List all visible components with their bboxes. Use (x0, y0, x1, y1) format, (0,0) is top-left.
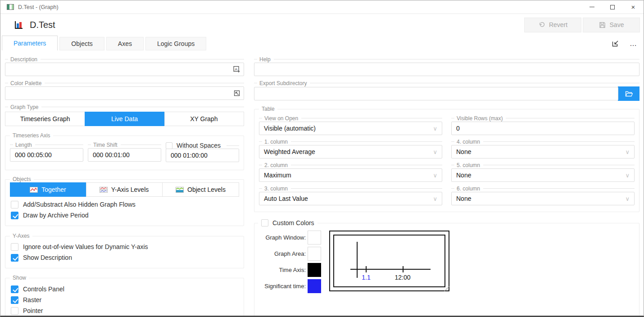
column-5-select[interactable]: None ∨ (451, 168, 635, 182)
visible-rows-input[interactable] (456, 125, 630, 132)
color-palette-input[interactable] (10, 90, 239, 97)
column-6-select[interactable]: None ∨ (451, 192, 635, 205)
help-input[interactable] (259, 66, 635, 73)
tab-parameters[interactable]: Parameters (2, 36, 58, 50)
graph-area-swatch[interactable] (308, 247, 321, 261)
time-axis-swatch[interactable] (308, 263, 321, 277)
minimize-icon (590, 7, 594, 7)
without-spaces-toggle[interactable]: Without Spaces (166, 142, 239, 149)
length-input[interactable] (15, 151, 78, 158)
graph-type-live-data[interactable]: Live Data (85, 112, 164, 126)
pointer-row[interactable]: Pointer (5, 306, 244, 316)
significant-time-swatch[interactable] (308, 279, 321, 293)
color-palette-inputbox (5, 86, 244, 100)
objects-groupbox: Objects Together Y-Axis Levels (5, 179, 244, 226)
add-text-icon: A (233, 66, 240, 73)
select-value: Visible (automatic) (264, 125, 316, 132)
raster-label: Raster (23, 296, 41, 303)
time-shift-input[interactable] (93, 151, 156, 158)
draw-archive-period-row[interactable]: Draw by Archive Period (10, 210, 239, 220)
custom-colors-groupbox: Custom Colors Graph Window: Graph Area: (254, 223, 639, 317)
objects-mode-y-axis-levels[interactable]: Y-Axis Levels (86, 183, 163, 196)
draw-archive-period-checkbox[interactable] (11, 212, 18, 219)
graph-type-label: Graph Type (5, 104, 244, 110)
maximize-icon (610, 5, 615, 9)
close-button[interactable]: × (623, 0, 644, 14)
without-spaces-input[interactable] (171, 152, 234, 159)
segment-label: Timeseries Graph (20, 115, 70, 122)
chevron-down-icon: ∨ (625, 172, 630, 179)
objects-mode-object-levels[interactable]: Object Levels (163, 183, 239, 196)
preview-significant-time-label: 1.1 (356, 274, 376, 281)
graph-type-timeseries[interactable]: Timeseries Graph (5, 112, 85, 126)
chevron-down-icon: ∨ (433, 125, 437, 132)
select-value: None (456, 195, 471, 202)
tab-axes[interactable]: Axes (106, 37, 144, 50)
revert-button[interactable]: Revert (524, 18, 581, 32)
add-hidden-flows-checkbox[interactable] (11, 201, 18, 208)
add-text-button[interactable]: A (233, 66, 240, 73)
graph-type-segmented: Timeseries Graph Live Data XY Graph (5, 112, 244, 126)
column-1-field: 1. column Weighted Average ∨ (259, 139, 442, 158)
import-button[interactable] (611, 39, 620, 48)
segment-label: Y-Axis Levels (111, 186, 149, 193)
segment-label: Together (41, 186, 66, 193)
app-window: D.Test - (Graph) × D.Test Revert Save Pa… (0, 0, 644, 317)
show-description-checkbox[interactable] (11, 254, 18, 262)
view-on-open-select[interactable]: Visible (automatic) ∨ (259, 122, 442, 135)
page-title: D.Test (30, 20, 55, 30)
controls-panel-row[interactable]: Controls Panel (5, 284, 244, 294)
graph-window-color-row: Graph Window: (254, 231, 321, 245)
controls-panel-checkbox[interactable] (11, 285, 18, 293)
column-3-select[interactable]: Auto Last Value ∨ (259, 192, 442, 205)
pointer-checkbox[interactable] (11, 307, 18, 315)
maximize-button[interactable] (602, 0, 623, 14)
custom-colors-checkbox[interactable] (261, 219, 268, 226)
length-label: Length (10, 142, 83, 148)
custom-colors-toggle[interactable]: Custom Colors (258, 219, 317, 226)
raster-checkbox[interactable] (11, 296, 18, 304)
ignore-out-of-view-row[interactable]: Ignore out-of-view Values for Dynamic Y-… (5, 242, 244, 252)
raster-row[interactable]: Raster (5, 295, 244, 305)
close-icon: × (631, 4, 635, 10)
timeseries-axis-groupbox: Timeseries Axis Length Time Shift Withou… (5, 136, 244, 170)
show-description-row[interactable]: Show Description (5, 253, 244, 263)
tab-objects[interactable]: Objects (59, 37, 104, 50)
table-col-right: Visible Rows (max) 4. column None ∨ 5. c… (451, 115, 635, 209)
graph-preview-area: 1.1 12:00 (333, 235, 445, 287)
tab-logic-groups[interactable]: Logic Groups (145, 37, 206, 50)
table-groupbox: Table View on Open Visible (automatic) ∨… (254, 109, 639, 212)
objects-mode-together[interactable]: Together (10, 182, 86, 197)
column-2-field: 2. column Maximum ∨ (259, 162, 442, 182)
graph-window-swatch[interactable] (308, 231, 321, 245)
save-button[interactable]: Save (583, 18, 640, 32)
help-label: Help (254, 56, 639, 62)
y-axis-levels-icon (100, 187, 108, 193)
browse-folder-button[interactable] (618, 86, 639, 101)
save-label: Save (610, 21, 624, 28)
without-spaces-checkbox[interactable] (166, 142, 172, 149)
tab-label: Logic Groups (157, 40, 195, 47)
chevron-down-icon: ∨ (433, 195, 437, 202)
chevron-down-icon: ∨ (625, 149, 630, 155)
more-menu-button[interactable]: … (630, 41, 637, 46)
object-levels-icon (176, 187, 184, 193)
description-input[interactable] (10, 66, 239, 73)
ignore-out-of-view-checkbox[interactable] (11, 243, 18, 251)
select-value: None (456, 172, 471, 179)
ignore-out-of-view-label: Ignore out-of-view Values for Dynamic Y-… (23, 243, 148, 250)
select-value: Auto Last Value (264, 195, 308, 202)
minimize-button[interactable] (581, 0, 602, 14)
export-subdirectory-label: Export Subdirectory (254, 80, 639, 86)
column-4-select[interactable]: None ∨ (451, 145, 635, 158)
chevron-down-icon: ∨ (433, 149, 437, 155)
column-1-label: 1. column (259, 139, 442, 145)
pick-palette-button[interactable] (233, 90, 240, 97)
y-axes-label: Y-Axes (10, 233, 32, 239)
column-1-select[interactable]: Weighted Average ∨ (259, 145, 442, 158)
column-2-select[interactable]: Maximum ∨ (259, 168, 442, 182)
add-hidden-flows-row[interactable]: Add/Substract Also Hidden Graph Flows (10, 199, 239, 209)
graph-type-xy[interactable]: XY Graph (164, 112, 244, 126)
preview-tick-2 (403, 266, 404, 272)
export-subdirectory-input[interactable] (259, 90, 613, 97)
